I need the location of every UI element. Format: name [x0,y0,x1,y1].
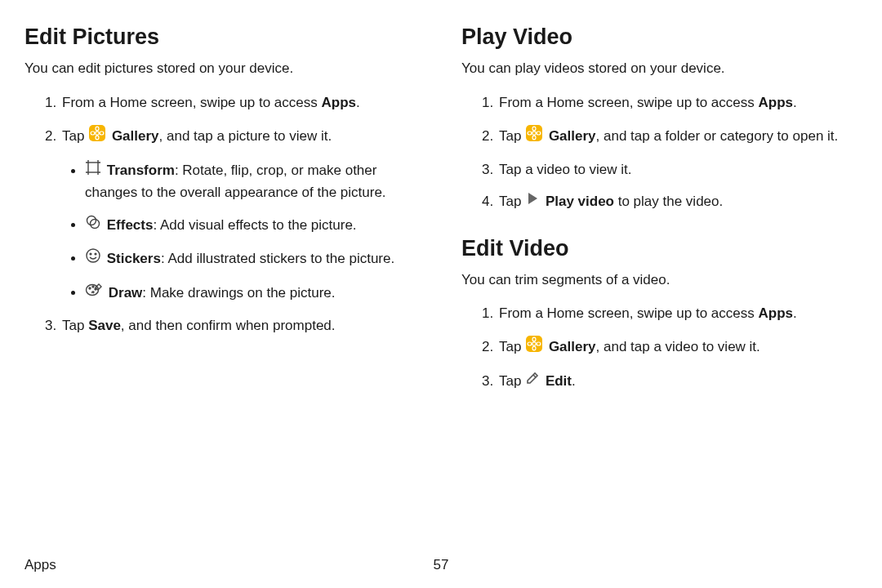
gallery-icon [88,124,106,149]
svg-point-13 [89,287,91,289]
svg-rect-22 [526,336,542,352]
list-item: Tap Edit. [497,372,858,393]
svg-rect-0 [89,125,105,141]
stickers-icon [85,247,101,270]
intro-play-video: You can play videos stored on your devic… [461,60,858,78]
list-item: Tap Play video to play the video. [497,192,858,213]
heading-edit-video: Edit Video [461,236,858,261]
svg-point-10 [90,253,91,255]
list-item: Tap Gallery, and tap a picture to view i… [60,125,421,305]
list-item: Tap a video to view it. [497,160,858,180]
list-item: From a Home screen, swipe up to access A… [497,304,858,324]
list-item: From a Home screen, swipe up to access A… [60,93,421,114]
intro-edit-video: You can trim segments of a video. [461,271,858,290]
gallery-icon [525,335,543,359]
transform-icon [85,159,101,182]
sublist-edit-tools: Transform: Rotate, flip, crop, or make o… [62,160,421,305]
svg-point-9 [87,249,100,262]
effects-icon [85,214,101,237]
list-item: Effects: Add visual effects to the pictu… [85,215,421,238]
footer-section: Apps [24,557,56,573]
heading-edit-pictures: Edit Pictures [24,24,421,50]
steps-edit-video: From a Home screen, swipe up to access A… [461,304,858,392]
svg-point-14 [92,286,94,287]
svg-point-11 [95,253,96,255]
list-item: Stickers: Add illustrated stickers to th… [85,248,421,271]
intro-edit-pictures: You can edit pictures stored on your dev… [24,60,421,78]
steps-play-video: From a Home screen, swipe up to access A… [461,93,858,213]
page-footer: Apps 57 [24,557,858,573]
list-item: Tap Gallery, and tap a video to view it. [497,336,858,360]
list-item: Transform: Rotate, flip, crop, or make o… [85,160,421,203]
footer-page-number: 57 [434,557,449,573]
heading-play-video: Play Video [461,24,858,50]
edit-icon [525,371,540,392]
list-item: From a Home screen, swipe up to access A… [497,93,858,114]
svg-rect-6 [88,163,98,172]
gallery-icon [525,124,543,149]
draw-icon [85,282,103,305]
right-column: Play Video You can play videos stored on… [461,24,858,403]
list-item: Tap Save, and then confirm when prompted… [60,316,421,336]
left-column: Edit Pictures You can edit pictures stor… [24,24,421,403]
svg-rect-16 [526,125,542,141]
play-icon [525,191,540,212]
steps-edit-pictures: From a Home screen, swipe up to access A… [24,93,421,336]
list-item: Tap Gallery, and tap a folder or categor… [497,125,858,149]
list-item: Draw: Make drawings on the picture. [85,283,421,305]
